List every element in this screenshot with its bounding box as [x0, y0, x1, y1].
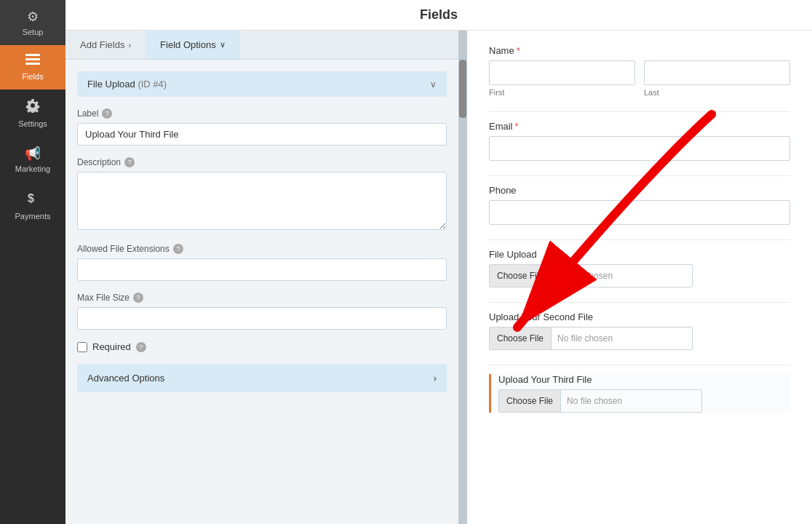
main-content: Fields Add Fields › Field Options ∨	[65, 0, 812, 524]
phone-input[interactable]	[489, 200, 790, 225]
sidebar-item-fields[interactable]: Fields	[0, 45, 65, 90]
left-panel: Add Fields › Field Options ∨ File Upload…	[65, 31, 458, 524]
file-upload-row: Choose File No file chosen	[489, 264, 693, 287]
required-checkbox-row: Required ?	[77, 341, 447, 352]
tabs: Add Fields › Field Options ∨	[65, 31, 458, 60]
right-panel: Name * First Last Em	[467, 31, 812, 524]
second-upload-section: Upload Your Second File Choose File No f…	[489, 311, 790, 350]
choose-file-button-2[interactable]: Choose File	[490, 328, 552, 349]
third-upload-field-label: Upload Your Third File	[498, 374, 790, 385]
choose-file-button-3[interactable]: Choose File	[499, 390, 561, 412]
name-section: Name * First Last	[489, 45, 790, 97]
top-header: Fields	[65, 0, 812, 31]
second-upload-field-label: Upload Your Second File	[489, 311, 790, 322]
svg-rect-0	[25, 54, 40, 56]
no-file-text-1: No file chosen	[552, 271, 618, 281]
email-input[interactable]	[489, 136, 790, 161]
name-row: First Last	[489, 60, 790, 97]
divider-5	[489, 365, 790, 365]
max-size-help-icon[interactable]: ?	[133, 293, 143, 303]
divider-4	[489, 302, 790, 303]
sidebar: ⚙ Setup Fields Settings 📢 Marketing $ Pa…	[0, 0, 65, 524]
description-help-icon[interactable]: ?	[124, 157, 135, 167]
payments-icon: $	[25, 191, 40, 209]
no-file-text-3: No file chosen	[561, 396, 628, 406]
chevron-right-icon: ›	[128, 41, 131, 49]
chevron-down-icon: ∨	[220, 40, 226, 49]
svg-rect-2	[25, 63, 40, 65]
fields-icon	[25, 54, 40, 69]
extensions-field-label: Allowed File Extensions ?	[77, 244, 447, 254]
first-name-col: First	[489, 60, 635, 97]
setup-icon: ⚙	[27, 9, 39, 25]
extensions-group: Allowed File Extensions ?	[77, 244, 447, 281]
second-file-upload-row: Choose File No file chosen	[489, 327, 693, 350]
advanced-options[interactable]: Advanced Options ›	[77, 364, 447, 392]
file-upload-field-label: File Upload	[489, 249, 790, 260]
max-size-input[interactable]	[77, 307, 447, 330]
tab-field-options[interactable]: Field Options ∨	[146, 31, 240, 59]
divider-1	[489, 111, 790, 112]
no-file-text-2: No file chosen	[552, 333, 618, 344]
svg-text:$: $	[28, 192, 34, 205]
sidebar-item-payments[interactable]: $ Payments	[0, 182, 65, 229]
field-collapse-icon[interactable]: ∨	[430, 79, 437, 90]
svg-rect-1	[25, 58, 40, 60]
required-help-icon[interactable]: ?	[136, 342, 146, 352]
email-field-label: Email *	[489, 121, 790, 132]
label-group: Label ?	[77, 108, 447, 146]
advanced-options-chevron-icon: ›	[434, 373, 437, 384]
scrollbar-thumb[interactable]	[459, 60, 466, 118]
divider-3	[489, 239, 790, 240]
phone-section: Phone	[489, 185, 790, 225]
file-upload-section: File Upload Choose File No file chosen	[489, 249, 790, 287]
label-field-label: Label ?	[77, 108, 447, 119]
description-field-label: Description ?	[77, 157, 447, 167]
page-title: Fields	[420, 7, 458, 23]
content-row: Add Fields › Field Options ∨ File Upload…	[65, 31, 812, 524]
sidebar-item-marketing[interactable]: 📢 Marketing	[0, 137, 65, 182]
required-checkbox[interactable]	[77, 342, 87, 352]
phone-field-label: Phone	[489, 185, 790, 196]
description-group: Description ?	[77, 157, 447, 232]
max-size-field-label: Max File Size ?	[77, 293, 447, 303]
extensions-help-icon[interactable]: ?	[173, 244, 183, 254]
name-field-label: Name *	[489, 45, 790, 56]
field-type-label: File Upload (ID #4)	[87, 79, 167, 90]
field-header: File Upload (ID #4) ∨	[77, 71, 447, 97]
description-textarea[interactable]	[77, 172, 447, 230]
third-file-upload-row: Choose File No file chosen	[498, 389, 702, 413]
sidebar-item-setup[interactable]: ⚙ Setup	[0, 0, 65, 45]
max-size-group: Max File Size ?	[77, 293, 447, 330]
scrollbar-track[interactable]	[458, 31, 467, 524]
first-name-input[interactable]	[489, 60, 635, 85]
label-help-icon[interactable]: ?	[102, 108, 112, 119]
marketing-icon: 📢	[25, 146, 41, 162]
choose-file-button-1[interactable]: Choose File	[490, 265, 552, 287]
field-editor: File Upload (ID #4) ∨ Label ? D	[65, 60, 458, 524]
settings-icon	[25, 98, 40, 116]
label-input[interactable]	[77, 123, 447, 146]
sidebar-item-settings[interactable]: Settings	[0, 90, 65, 137]
last-name-input[interactable]	[644, 60, 790, 85]
required-group: Required ?	[77, 341, 447, 352]
last-name-col: Last	[644, 60, 790, 97]
tab-add-fields[interactable]: Add Fields ›	[65, 31, 146, 59]
email-section: Email *	[489, 121, 790, 161]
divider-2	[489, 175, 790, 176]
third-upload-section: Upload Your Third File Choose File No fi…	[489, 374, 790, 413]
extensions-input[interactable]	[77, 258, 447, 281]
